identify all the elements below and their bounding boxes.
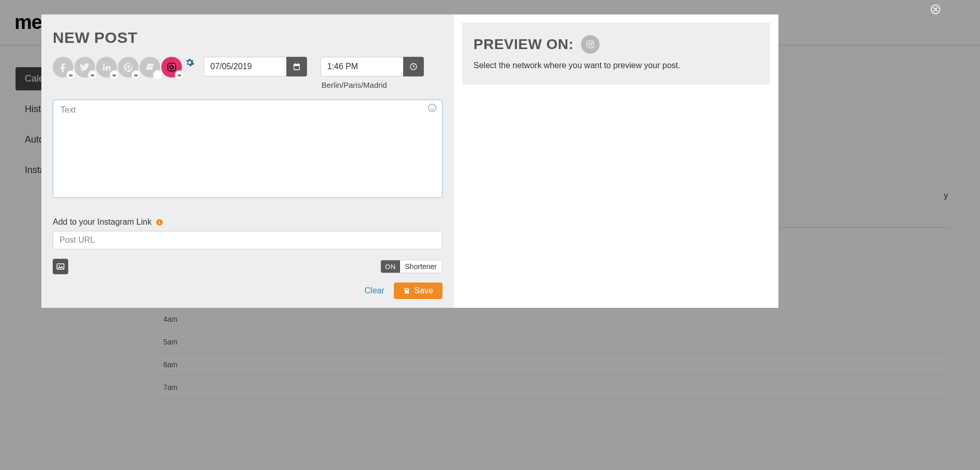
actions-row: Clear Save bbox=[53, 283, 442, 299]
network-linkedin[interactable]: ∞ bbox=[96, 57, 117, 77]
svg-point-12 bbox=[59, 265, 60, 266]
infinity-badge-icon: ∞ bbox=[175, 70, 184, 80]
info-icon[interactable] bbox=[156, 218, 163, 226]
infinity-badge-icon bbox=[153, 70, 162, 80]
calendar-icon[interactable] bbox=[286, 57, 307, 76]
network-facebook[interactable]: ∞ bbox=[53, 57, 73, 77]
post-url-input[interactable] bbox=[53, 231, 442, 249]
svg-point-2 bbox=[170, 66, 174, 69]
preview-panel: PREVIEW ON: Select the network where you… bbox=[454, 14, 778, 308]
close-icon[interactable] bbox=[930, 4, 941, 14]
date-input[interactable] bbox=[204, 57, 286, 76]
svg-point-5 bbox=[428, 104, 436, 112]
network-instagram[interactable]: ∞ bbox=[161, 57, 182, 77]
infinity-badge-icon: ∞ bbox=[88, 70, 97, 80]
date-input-group bbox=[204, 57, 307, 76]
svg-point-6 bbox=[431, 107, 432, 108]
network-pinterest[interactable]: ∞ bbox=[118, 57, 139, 77]
svg-rect-9 bbox=[159, 222, 160, 224]
svg-point-14 bbox=[589, 43, 592, 46]
instagram-link-label: Add to your Instagram Link bbox=[53, 217, 151, 227]
modal-title: NEW POST bbox=[53, 29, 442, 46]
post-text-input[interactable] bbox=[60, 105, 435, 192]
shortener-label: Shortener bbox=[400, 260, 442, 273]
new-post-modal: NEW POST ∞ ∞ ∞ ∞ bbox=[41, 14, 778, 308]
tools-row: ON Shortener bbox=[53, 259, 442, 274]
emoji-icon[interactable] bbox=[427, 103, 438, 114]
image-icon[interactable] bbox=[53, 259, 68, 274]
svg-point-10 bbox=[159, 220, 160, 221]
clear-button[interactable]: Clear bbox=[364, 286, 384, 295]
compose-panel: NEW POST ∞ ∞ ∞ ∞ bbox=[41, 14, 454, 308]
schedule-row: ∞ ∞ ∞ ∞ bbox=[53, 57, 442, 89]
infinity-badge-icon: ∞ bbox=[66, 70, 75, 80]
svg-point-15 bbox=[592, 42, 593, 43]
save-button-label: Save bbox=[415, 286, 433, 295]
clock-icon[interactable] bbox=[403, 57, 424, 76]
save-button[interactable]: Save bbox=[394, 283, 442, 299]
time-input-group bbox=[320, 57, 424, 76]
network-gmb[interactable] bbox=[140, 57, 160, 77]
save-icon bbox=[403, 287, 410, 294]
post-text-wrap bbox=[53, 100, 442, 198]
network-picker: ∞ ∞ ∞ ∞ bbox=[53, 57, 182, 77]
shortener-on-label: ON bbox=[381, 260, 400, 273]
shortener-toggle[interactable]: ON Shortener bbox=[380, 260, 442, 273]
infinity-badge-icon: ∞ bbox=[131, 70, 141, 80]
svg-point-7 bbox=[433, 107, 434, 108]
svg-point-3 bbox=[174, 64, 175, 65]
time-input[interactable] bbox=[320, 57, 403, 76]
infinity-badge-icon: ∞ bbox=[110, 70, 119, 80]
preview-box: PREVIEW ON: Select the network where you… bbox=[462, 23, 770, 85]
preview-network-instagram-icon[interactable] bbox=[581, 35, 600, 54]
preview-title: PREVIEW ON: bbox=[473, 36, 574, 53]
instagram-link-label-row: Add to your Instagram Link bbox=[53, 217, 442, 227]
network-twitter[interactable]: ∞ bbox=[74, 57, 95, 77]
preview-help-text: Select the network where you want to pre… bbox=[473, 61, 759, 70]
timezone-label: Berlin/Paris/Madrid bbox=[321, 81, 424, 89]
gear-icon[interactable] bbox=[185, 58, 194, 67]
